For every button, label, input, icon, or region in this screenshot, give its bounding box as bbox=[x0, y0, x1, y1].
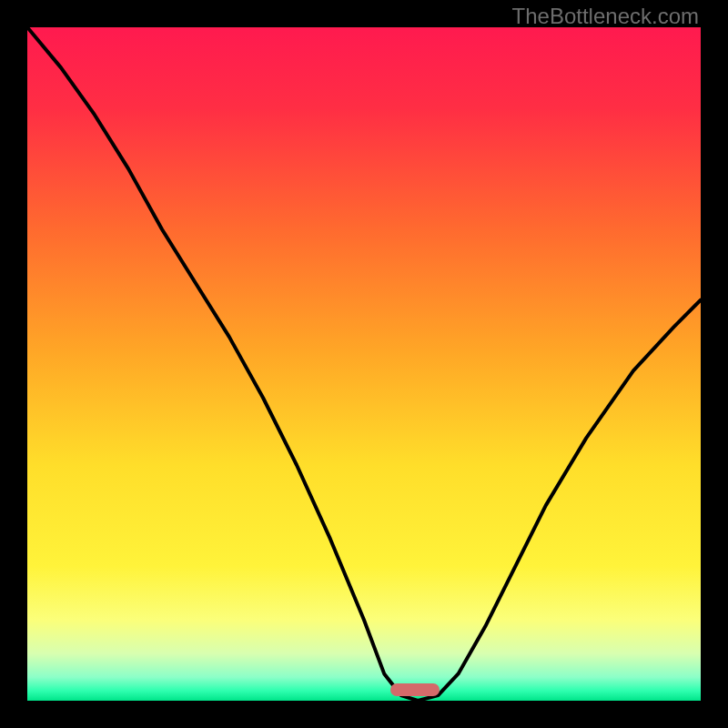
watermark-text: TheBottleneck.com bbox=[512, 4, 699, 29]
plot-area bbox=[27, 27, 701, 701]
optimal-marker bbox=[390, 683, 440, 696]
chart-frame: TheBottleneck.com bbox=[0, 0, 728, 728]
bottleneck-curve bbox=[27, 27, 701, 701]
